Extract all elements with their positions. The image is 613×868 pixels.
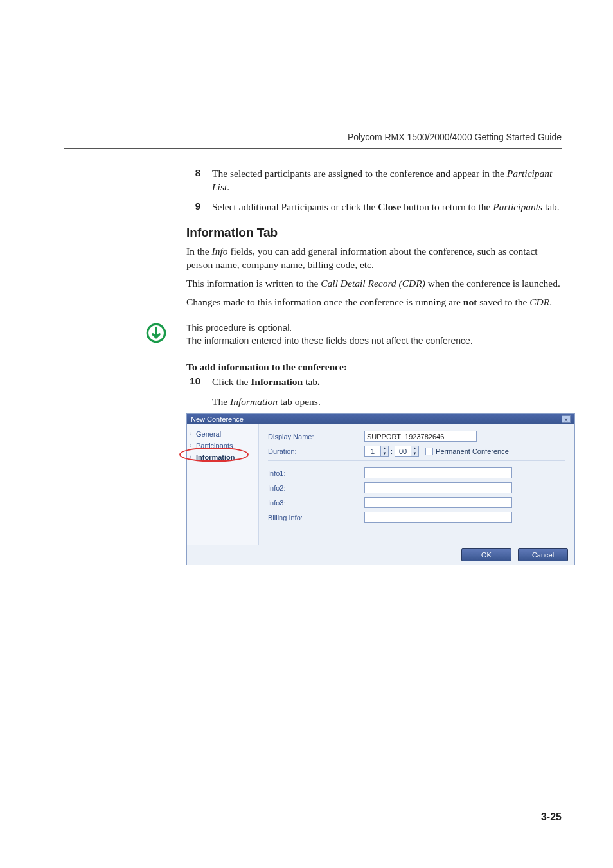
divider bbox=[268, 460, 565, 461]
hours-value: 1 bbox=[365, 448, 380, 455]
step-9: 9 Select additional Participants or clic… bbox=[186, 201, 562, 214]
label-billing: Billing Info: bbox=[268, 514, 364, 521]
italic: CDR bbox=[529, 296, 549, 307]
dialog-titlebar[interactable]: New Conference x bbox=[187, 414, 574, 424]
text: tab bbox=[303, 376, 317, 387]
italic: Information bbox=[230, 396, 278, 407]
text: The selected participants are assigned t… bbox=[212, 168, 507, 179]
italic: Participants bbox=[493, 201, 542, 212]
note-icon bbox=[145, 322, 167, 344]
close-icon[interactable]: x bbox=[562, 415, 571, 423]
dialog-footer: OK Cancel bbox=[187, 545, 574, 565]
new-conference-dialog: New Conference x General Participants In… bbox=[186, 413, 575, 565]
text: when the conference is launched. bbox=[425, 278, 560, 289]
step-number: 10 bbox=[186, 375, 200, 389]
paragraph: This information is written to the Call … bbox=[186, 277, 562, 291]
text: The bbox=[212, 396, 230, 407]
nav-item-general[interactable]: General bbox=[187, 428, 258, 440]
step-8: 8 The selected participants are assigned… bbox=[186, 167, 562, 194]
label-info2: Info2: bbox=[268, 484, 364, 492]
note-block: This procedure is optional. The informat… bbox=[148, 318, 562, 352]
italic: Info bbox=[212, 246, 228, 257]
text: fields, you can add general information … bbox=[186, 246, 538, 270]
spinner-buttons[interactable]: ▲▼ bbox=[411, 446, 418, 456]
label-info3: Info3: bbox=[268, 499, 364, 507]
paragraph: In the Info fields, you can add general … bbox=[186, 245, 562, 272]
row-duration: Duration: 1 ▲▼ : 00 ▲▼ Permanent Confe bbox=[268, 446, 565, 457]
hours-spinner[interactable]: 1 ▲▼ bbox=[364, 446, 389, 457]
page-number: 3-25 bbox=[541, 811, 562, 823]
text: Click the bbox=[212, 376, 251, 387]
note-line: This procedure is optional. bbox=[186, 322, 562, 335]
nav-item-participants[interactable]: Participants bbox=[187, 440, 258, 451]
colon: : bbox=[391, 448, 393, 455]
header-rule bbox=[64, 148, 562, 149]
checkbox-label: Permanent Conference bbox=[436, 448, 509, 455]
paragraph: Changes made to this information once th… bbox=[186, 296, 562, 309]
row-display-name: Display Name: bbox=[268, 431, 565, 442]
text: This information is written to the bbox=[186, 278, 321, 289]
step-body: Select additional Participants or click … bbox=[212, 201, 560, 214]
step-body: Click the Information tab. bbox=[212, 375, 320, 389]
display-name-input[interactable] bbox=[364, 431, 477, 442]
spinner-buttons[interactable]: ▲▼ bbox=[380, 446, 388, 456]
italic: Call Detail Record (CDR) bbox=[321, 278, 425, 289]
checkbox-box[interactable] bbox=[425, 448, 433, 455]
info3-input[interactable] bbox=[364, 497, 512, 508]
row-info3: Info3: bbox=[268, 497, 565, 508]
dialog-main: Display Name: Duration: 1 ▲▼ : 00 ▲▼ bbox=[259, 424, 574, 545]
bold: not bbox=[463, 296, 477, 307]
step-number: 8 bbox=[186, 167, 200, 194]
text: . bbox=[549, 296, 552, 307]
note-line: The information entered into these field… bbox=[186, 335, 562, 348]
text: Changes made to this information once th… bbox=[186, 296, 463, 307]
text: Select additional Participants or click … bbox=[212, 201, 378, 212]
running-header: Polycom RMX 1500/2000/4000 Getting Start… bbox=[348, 132, 562, 142]
minutes-value: 00 bbox=[395, 448, 411, 455]
label-info1: Info1: bbox=[268, 469, 364, 477]
text: tab. bbox=[542, 201, 560, 212]
permanent-conference-checkbox[interactable]: Permanent Conference bbox=[425, 448, 509, 455]
row-billing: Billing Info: bbox=[268, 512, 565, 523]
result-line: The Information tab opens. bbox=[212, 395, 562, 409]
step-10: 10 Click the Information tab. bbox=[186, 375, 562, 389]
bold: Information bbox=[251, 376, 303, 387]
bold: Close bbox=[378, 201, 401, 212]
billing-input[interactable] bbox=[364, 512, 512, 523]
bold: . bbox=[317, 376, 320, 387]
text: saved to the bbox=[477, 296, 529, 307]
step-number: 9 bbox=[186, 201, 200, 214]
nav-item-information[interactable]: Information bbox=[187, 451, 258, 463]
ok-button[interactable]: OK bbox=[461, 548, 511, 561]
cancel-button[interactable]: Cancel bbox=[518, 548, 568, 561]
text: button to return to the bbox=[401, 201, 493, 212]
text: tab opens. bbox=[278, 396, 321, 407]
text: In the bbox=[186, 246, 212, 257]
dialog-title-text: New Conference bbox=[191, 415, 244, 423]
info2-input[interactable] bbox=[364, 482, 512, 493]
text: . bbox=[227, 181, 229, 192]
section-heading: Information Tab bbox=[186, 226, 562, 240]
label-display-name: Display Name: bbox=[268, 433, 364, 440]
dialog-nav: General Participants Information bbox=[187, 424, 259, 545]
info1-input[interactable] bbox=[364, 467, 512, 478]
label-duration: Duration: bbox=[268, 448, 364, 455]
row-info2: Info2: bbox=[268, 482, 565, 493]
minutes-spinner[interactable]: 00 ▲▼ bbox=[395, 446, 419, 457]
row-info1: Info1: bbox=[268, 467, 565, 478]
procedure-heading: To add information to the conference: bbox=[186, 361, 562, 373]
step-body: The selected participants are assigned t… bbox=[212, 167, 562, 194]
